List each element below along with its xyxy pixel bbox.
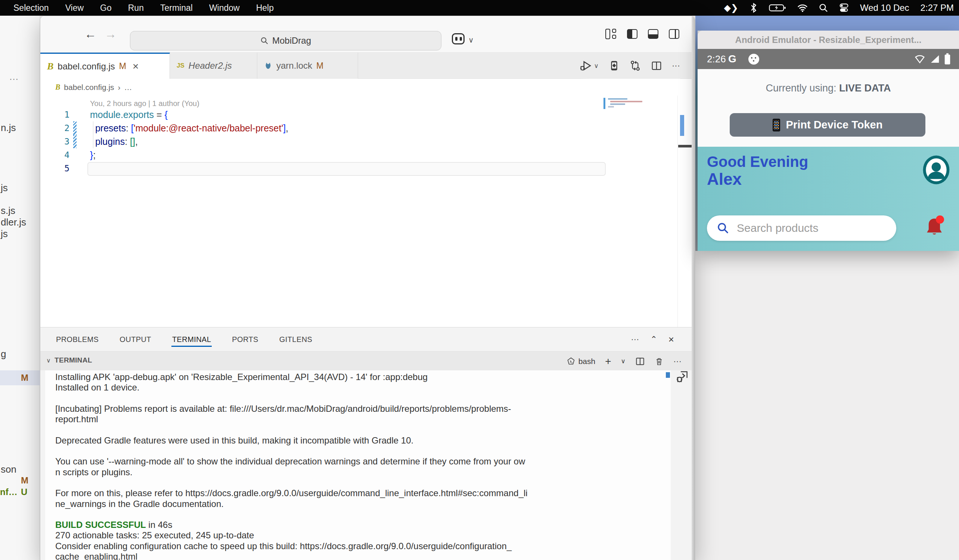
spotlight-search-icon[interactable] — [819, 2, 828, 13]
run-on-device-icon[interactable] — [609, 60, 620, 72]
token: ; — [93, 150, 96, 160]
terminal-line: Installing APK 'app-debug.apk' on 'Resiz… — [55, 372, 528, 382]
run-debug-icon[interactable]: ∨ — [579, 59, 599, 72]
terminal-line: For more on this, please refer to https:… — [55, 488, 528, 498]
terminal-more-icon[interactable]: ··· — [673, 356, 682, 366]
menu-selection[interactable]: Selection — [13, 3, 49, 13]
toggle-primary-sidebar-icon[interactable] — [627, 29, 637, 39]
wifi-icon[interactable] — [797, 2, 808, 13]
profile-avatar[interactable] — [922, 155, 950, 185]
terminal-output[interactable]: Installing APK 'app-debug.apk' on 'Resiz… — [45, 370, 671, 560]
background-file-item[interactable]: s.js — [1, 205, 15, 216]
terminal-dropdown-icon[interactable]: ∨ — [621, 357, 626, 365]
back-arrow-icon[interactable]: ← — [84, 27, 96, 41]
copilot-chevron-icon[interactable]: ∨ — [468, 35, 474, 45]
code-line-1[interactable]: 1module.exports = { — [40, 108, 638, 121]
bluetooth-icon[interactable] — [749, 2, 758, 13]
vscode-title-bar[interactable]: ← → MobiDrag ∨ — [40, 16, 695, 52]
modified-badge: M — [119, 61, 126, 71]
panel-more-actions-icon[interactable]: ··· — [631, 334, 639, 344]
open-changes-icon[interactable] — [629, 60, 641, 72]
copilot-icon[interactable] — [452, 33, 465, 45]
background-file-item[interactable]: nf… — [0, 487, 18, 497]
menubar-clock[interactable]: 2:27 PM — [921, 3, 954, 13]
background-file-item[interactable]: dler.js — [1, 216, 26, 228]
minimap[interactable] — [604, 96, 689, 114]
menu-terminal[interactable]: Terminal — [160, 3, 193, 13]
toggle-secondary-sidebar-icon[interactable] — [669, 29, 679, 39]
terminal-title: TERMINAL — [54, 356, 92, 364]
tab-label: Header2.js — [189, 60, 232, 71]
print-device-token-button[interactable]: Print Device Token — [730, 113, 926, 137]
background-file-item[interactable]: M — [21, 372, 29, 383]
terminal-line: 270 actionable tasks: 25 executed, 245 u… — [55, 530, 528, 541]
background-file-item[interactable]: g — [1, 348, 6, 360]
search-icon — [260, 37, 269, 45]
android-emulator-window: Android Emulator - Resizable_Experiment.… — [698, 30, 959, 251]
menu-view[interactable]: View — [65, 3, 84, 13]
forward-arrow-icon[interactable]: → — [105, 27, 116, 41]
editor-scrollbar[interactable] — [677, 95, 692, 327]
terminal-line — [55, 477, 528, 488]
background-file-item[interactable]: js — [1, 182, 8, 194]
background-file-item[interactable]: js — [1, 228, 8, 240]
editor-more-actions-icon[interactable]: ··· — [672, 61, 680, 70]
terminal-shell-item[interactable]: bash — [567, 357, 596, 366]
debug-terminal-icon[interactable] — [675, 369, 690, 384]
breadcrumb-more[interactable]: … — [124, 83, 132, 92]
breadcrumb[interactable]: B babel.config.js › … — [40, 79, 695, 95]
code-line-2[interactable]: 2 presets: ['module:@react-native/babel-… — [40, 121, 638, 135]
window-edge-scrollbar[interactable] — [691, 16, 695, 560]
terminal-line — [55, 393, 528, 404]
panel-tab-terminal[interactable]: TERMINAL — [171, 330, 212, 349]
panel-close-icon[interactable]: × — [669, 334, 674, 345]
search-value: MobiDrag — [272, 35, 311, 46]
code-editor[interactable]: You, 2 hours ago | 1 author (You) 1modul… — [40, 95, 695, 327]
search-products-input[interactable] — [736, 221, 878, 235]
display-diamond-icon[interactable]: ◆❯ — [724, 2, 738, 13]
product-search-bar[interactable] — [707, 215, 896, 241]
panel-tab-ports[interactable]: PORTS — [231, 330, 259, 349]
menu-run[interactable]: Run — [128, 3, 144, 13]
notification-bell-icon[interactable] — [924, 216, 945, 239]
code-line-3[interactable]: 3 plugins: [], — [40, 135, 638, 148]
emulator-title-bar[interactable]: Android Emulator - Resizable_Experiment.… — [698, 30, 959, 49]
panel-maximize-icon[interactable]: ⌃ — [650, 334, 657, 344]
macos-menu-bar: SelectionViewGoRunTerminalWindowHelp ◆❯ … — [0, 0, 959, 16]
split-editor-icon[interactable] — [651, 60, 662, 71]
kill-terminal-icon[interactable] — [655, 356, 664, 366]
menu-go[interactable]: Go — [100, 3, 112, 13]
background-file-item[interactable]: U — [21, 487, 27, 497]
panel-tab-problems[interactable]: PROBLEMS — [55, 330, 99, 349]
customize-layout-icon[interactable] — [605, 29, 616, 39]
line-number: 1 — [40, 110, 70, 119]
tab-Header2.js[interactable]: JSHeader2.js — [170, 52, 257, 79]
battery-charging-icon[interactable] — [769, 2, 786, 13]
split-terminal-icon[interactable] — [635, 356, 645, 366]
panel-tab-output[interactable]: OUTPUT — [119, 330, 152, 349]
terminal-text: ne_warnings in the Gradle documentation. — [55, 499, 224, 509]
terminal-collapse-icon[interactable]: ∨ — [46, 357, 51, 364]
terminal-scroll-mark — [666, 372, 670, 378]
menu-help[interactable]: Help — [256, 3, 274, 13]
menubar-date[interactable]: Wed 10 Dec — [860, 3, 909, 13]
codelens-blame[interactable]: You, 2 hours ago | 1 author (You) — [90, 99, 199, 108]
menu-window[interactable]: Window — [209, 3, 240, 13]
command-center-search[interactable]: MobiDrag — [130, 31, 441, 50]
background-file-item[interactable]: … — [9, 71, 19, 83]
toggle-panel-icon[interactable] — [648, 29, 658, 39]
code-line-4[interactable]: 4}; — [40, 148, 638, 162]
app-notification-icon — [749, 54, 759, 65]
line-number: 2 — [40, 123, 70, 133]
code-line-5[interactable]: 5 — [40, 162, 638, 175]
background-file-item[interactable]: n.js — [1, 122, 16, 134]
background-file-item[interactable]: M — [21, 475, 29, 486]
panel-tab-gitlens[interactable]: GITLENS — [279, 330, 313, 349]
tab-yarn.lock[interactable]: yarn.lockM — [257, 52, 358, 79]
control-center-icon[interactable] — [839, 2, 849, 13]
close-tab-icon[interactable]: × — [132, 60, 139, 72]
new-terminal-icon[interactable]: + — [605, 355, 611, 368]
tab-babel.config.js[interactable]: Bbabel.config.jsM× — [40, 52, 170, 79]
breadcrumb-file[interactable]: babel.config.js — [64, 83, 114, 92]
background-file-item[interactable]: son — [1, 464, 16, 475]
